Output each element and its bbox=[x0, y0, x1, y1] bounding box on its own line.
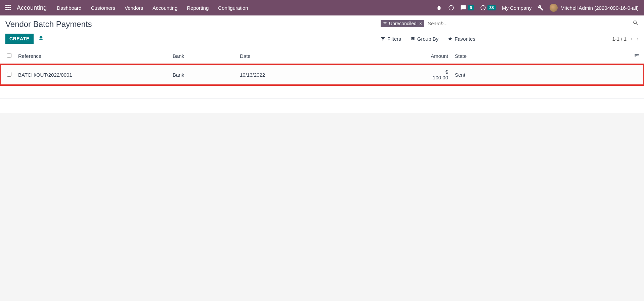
search-options: Filters Group By Favorites 1-1 / 1 ‹ › bbox=[381, 35, 639, 42]
pager-prev-icon[interactable]: ‹ bbox=[631, 35, 633, 42]
list-view: Reference Bank Date Amount State BATCH/O… bbox=[0, 48, 644, 99]
pager-range: 1-1 / 1 bbox=[612, 36, 627, 42]
col-options[interactable] bbox=[629, 48, 644, 64]
nav-customers[interactable]: Customers bbox=[91, 5, 115, 11]
favorites-dropdown[interactable]: Favorites bbox=[448, 36, 475, 42]
search-input-wrap: Unreconciled × bbox=[381, 20, 639, 28]
nav-accounting[interactable]: Accounting bbox=[153, 5, 177, 11]
cell-bank: Bank bbox=[169, 64, 237, 85]
control-panel: Vendor Batch Payments Unreconciled × CRE… bbox=[0, 15, 644, 48]
table-row[interactable]: BATCH/OUT/2022/0001 Bank 10/13/2022 $ -1… bbox=[0, 64, 644, 85]
user-name[interactable]: Mitchell Admin (20204090-16-0-all) bbox=[560, 5, 639, 11]
col-date[interactable]: Date bbox=[237, 48, 425, 64]
top-navbar: Accounting Dashboard Customers Vendors A… bbox=[0, 0, 644, 15]
bug-icon[interactable] bbox=[436, 5, 442, 11]
col-amount[interactable]: Amount bbox=[425, 48, 452, 64]
filters-dropdown[interactable]: Filters bbox=[381, 36, 401, 42]
cp-top: Vendor Batch Payments Unreconciled × bbox=[5, 20, 639, 29]
filters-label: Filters bbox=[387, 36, 401, 42]
topnav-left: Accounting Dashboard Customers Vendors A… bbox=[5, 4, 248, 11]
activities-icon[interactable]: 38 bbox=[480, 5, 496, 11]
tools-icon[interactable] bbox=[538, 5, 544, 11]
footer-gap bbox=[0, 99, 644, 113]
support-icon[interactable] bbox=[448, 5, 454, 11]
cell-state: Sent bbox=[452, 64, 629, 85]
nav-dashboard[interactable]: Dashboard bbox=[57, 5, 81, 11]
avatar[interactable] bbox=[550, 4, 558, 12]
messages-icon[interactable]: 6 bbox=[460, 5, 474, 11]
apps-icon[interactable] bbox=[5, 5, 11, 11]
app-title[interactable]: Accounting bbox=[17, 4, 47, 11]
col-reference[interactable]: Reference bbox=[15, 48, 169, 64]
table-header-row: Reference Bank Date Amount State bbox=[0, 48, 644, 64]
search-input[interactable] bbox=[426, 20, 633, 27]
select-all-checkbox[interactable] bbox=[7, 53, 11, 58]
data-table: Reference Bank Date Amount State BATCH/O… bbox=[0, 48, 644, 99]
company-name[interactable]: My Company bbox=[502, 5, 531, 11]
close-icon[interactable]: × bbox=[419, 21, 422, 26]
pager-next-icon[interactable]: › bbox=[637, 35, 639, 42]
page-title: Vendor Batch Payments bbox=[5, 20, 92, 29]
pager: 1-1 / 1 ‹ › bbox=[612, 35, 639, 42]
groupby-label: Group By bbox=[417, 36, 438, 42]
col-bank[interactable]: Bank bbox=[169, 48, 237, 64]
activities-badge: 38 bbox=[487, 5, 496, 10]
create-button[interactable]: CREATE bbox=[5, 34, 34, 44]
cell-reference: BATCH/OUT/2022/0001 bbox=[15, 64, 169, 85]
groupby-dropdown[interactable]: Group By bbox=[411, 36, 438, 42]
cp-bottom: CREATE Filters Group By Favorites 1-1 / … bbox=[5, 34, 639, 48]
select-all-header bbox=[0, 48, 15, 64]
row-checkbox-cell bbox=[0, 64, 15, 85]
search-area: Unreconciled × bbox=[381, 20, 639, 28]
nav-links: Dashboard Customers Vendors Accounting R… bbox=[57, 5, 248, 11]
favorites-label: Favorites bbox=[455, 36, 475, 42]
cell-amount: $ -100.00 bbox=[425, 64, 452, 85]
nav-configuration[interactable]: Configuration bbox=[218, 5, 248, 11]
funnel-icon bbox=[383, 21, 387, 26]
nav-reporting[interactable]: Reporting bbox=[187, 5, 209, 11]
filter-tag-label: Unreconciled bbox=[389, 21, 417, 26]
row-checkbox[interactable] bbox=[7, 72, 11, 77]
messages-badge: 6 bbox=[468, 5, 474, 10]
cell-date: 10/13/2022 bbox=[237, 64, 425, 85]
filter-tag-unreconciled: Unreconciled × bbox=[381, 20, 424, 27]
import-button[interactable] bbox=[38, 35, 44, 42]
spacer-row bbox=[0, 85, 644, 99]
cell-opts bbox=[629, 64, 644, 85]
col-state[interactable]: State bbox=[452, 48, 629, 64]
topnav-right: 6 38 My Company Mitchell Admin (20204090… bbox=[436, 4, 639, 12]
search-icon[interactable] bbox=[633, 20, 639, 27]
nav-vendors[interactable]: Vendors bbox=[125, 5, 143, 11]
